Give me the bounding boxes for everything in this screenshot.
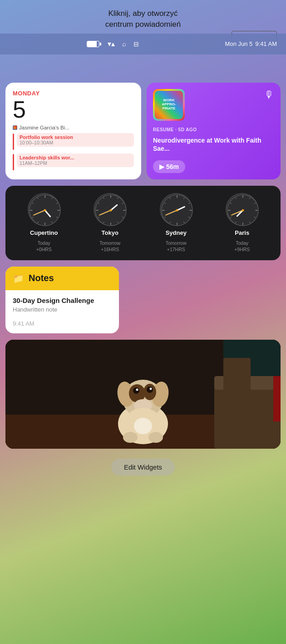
notification-center-panel: MONDAY 5 🎁 Jasmine Garcia's Bi... Portfo…: [0, 75, 286, 490]
note-subtitle: Handwritten note: [13, 306, 112, 313]
event2-title: Leadership skills wor...: [20, 155, 131, 160]
svg-point-50: [176, 209, 178, 211]
podcast-resume-label: RESUME · 5D AGO: [153, 127, 274, 132]
calendar-birthday: 🎁 Jasmine Garcia's Bi...: [13, 125, 134, 130]
event2-time: 11AM–12PM: [20, 160, 131, 166]
wifi-icon: ▾▴: [108, 40, 115, 48]
menubar-status-icons: ▾▴ ⌕ ⊟: [9, 40, 217, 48]
clock-city-paris: Paris: [235, 229, 249, 236]
note-time: 9:41 AM: [13, 320, 112, 327]
svg-point-85: [150, 387, 152, 390]
svg-rect-75: [273, 376, 281, 421]
svg-point-82: [133, 387, 139, 394]
birthday-icon: 🎁: [13, 125, 17, 130]
menubar-date: Mon Jun 5: [225, 40, 253, 47]
clock-city-cupertino: Cupertino: [30, 229, 58, 236]
menubar-time: 9:41 AM: [255, 40, 277, 47]
clock-city-tokyo: Tokyo: [102, 229, 118, 236]
menubar: ▾▴ ⌕ ⊟ Mon Jun 5 9:41 AM: [0, 34, 286, 54]
clock-info-paris: Today+9HRS: [234, 240, 250, 253]
clock-info-sydney: Tomorrow+17HRS: [166, 240, 187, 253]
clock-face-paris: [226, 193, 258, 226]
svg-rect-74: [223, 358, 251, 412]
clock-city-sydney: Sydney: [166, 229, 187, 236]
calendar-day: MONDAY: [13, 90, 134, 97]
svg-point-33: [110, 209, 112, 211]
podcasts-app-icon: 🎙: [264, 89, 274, 101]
clock-item-sydney: Sydney Tomorrow+17HRS: [160, 193, 192, 253]
podcast-header: WORKAPPRO-PRIATE 🎙: [153, 89, 274, 121]
svg-point-84: [136, 388, 138, 391]
notes-folder-icon: 📁: [13, 273, 24, 284]
control-center-icon[interactable]: ⊟: [133, 40, 139, 48]
notes-header-title: Notes: [29, 273, 54, 283]
clock-face-tokyo: [94, 193, 126, 226]
clock-face-sydney: [160, 193, 192, 226]
note-title: 30-Day Design Challenge: [13, 297, 112, 304]
podcast-show-title: Neurodivergence at Work with Faith Sae..…: [153, 136, 274, 153]
podcasts-widget[interactable]: WORKAPPRO-PRIATE 🎙 RESUME · 5D AGO Neuro…: [147, 83, 281, 179]
notes-widget-header: 📁 Notes: [5, 267, 119, 290]
calendar-event-2: Leadership skills wor... 11AM–12PM: [13, 154, 134, 170]
battery-icon: [87, 41, 99, 47]
podcast-artwork: WORKAPPRO-PRIATE: [153, 89, 185, 121]
clock-face-cupertino: [28, 193, 60, 226]
clock-info-cupertino: Today+0HRS: [36, 240, 52, 253]
photo-widget[interactable]: [5, 340, 281, 449]
svg-point-16: [44, 209, 46, 211]
menubar-datetime: Mon Jun 5 9:41 AM: [225, 40, 277, 47]
event1-title: Portfolio work session: [20, 134, 131, 140]
clock-item-cupertino: Cupertino Today+0HRS: [28, 193, 60, 253]
notes-widget-body: 30-Day Design Challenge Handwritten note…: [5, 290, 119, 333]
svg-point-91: [134, 418, 152, 434]
search-icon[interactable]: ⌕: [122, 40, 126, 48]
dog-photo-svg: [5, 340, 281, 449]
birthday-text: Jasmine Garcia's Bi...: [19, 125, 69, 130]
world-clock-widget[interactable]: Cupertino Today+0HRS Tokyo Tomorrow+16HR…: [5, 186, 281, 260]
clock-info-tokyo: Tomorrow+16HRS: [99, 240, 120, 253]
photo-scene: [5, 340, 281, 449]
podcast-play-row: ▶ 56m: [153, 160, 274, 173]
calendar-event-1: Portfolio work session 10:00–10:30AM: [13, 133, 134, 150]
calendar-date: 5: [13, 98, 134, 121]
clock-item-paris: Paris Today+9HRS: [226, 193, 258, 253]
podcast-play-button[interactable]: ▶ 56m: [153, 160, 185, 173]
tooltip-line1: Kliknij, aby otworzyć: [5, 8, 281, 19]
svg-point-67: [242, 209, 244, 211]
edit-widgets-button[interactable]: Edit Widgets: [111, 459, 175, 476]
tooltip-line2: centrum powiadomień: [5, 19, 281, 30]
event1-time: 10:00–10:30AM: [20, 140, 131, 145]
widgets-top-row: MONDAY 5 🎁 Jasmine Garcia's Bi... Portfo…: [5, 83, 281, 179]
clock-item-tokyo: Tokyo Tomorrow+16HRS: [94, 193, 126, 253]
notes-widget[interactable]: 📁 Notes 30-Day Design Challenge Handwrit…: [5, 267, 119, 333]
svg-point-83: [147, 386, 153, 393]
calendar-widget[interactable]: MONDAY 5 🎁 Jasmine Garcia's Bi... Portfo…: [5, 83, 141, 179]
svg-point-89: [123, 432, 138, 443]
svg-point-90: [148, 432, 163, 443]
tooltip-area: Kliknij, aby otworzyć centrum powiadomie…: [0, 0, 286, 34]
